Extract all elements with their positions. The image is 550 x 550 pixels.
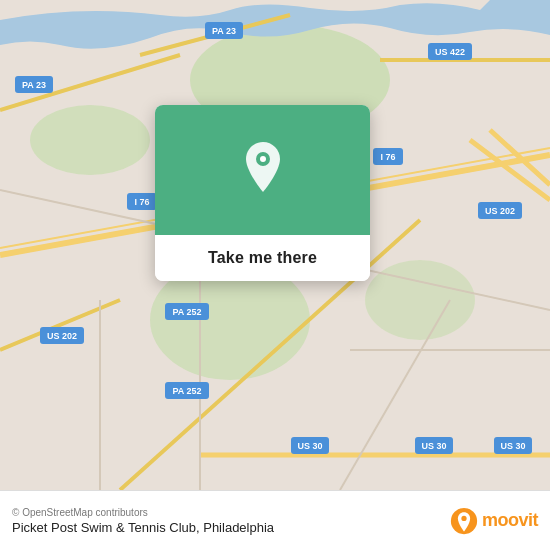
svg-text:PA 252: PA 252 (172, 307, 201, 317)
take-me-there-button[interactable]: Take me there (155, 235, 370, 281)
moovit-logo[interactable]: moovit (450, 507, 538, 535)
svg-text:PA 23: PA 23 (22, 80, 46, 90)
svg-point-49 (461, 515, 466, 520)
svg-text:I 76: I 76 (380, 152, 395, 162)
bottom-bar: © OpenStreetMap contributors Picket Post… (0, 490, 550, 550)
svg-text:US 202: US 202 (47, 331, 77, 341)
card-map-area (155, 105, 370, 235)
moovit-text: moovit (482, 510, 538, 531)
svg-text:I 76: I 76 (134, 197, 149, 207)
moovit-icon (450, 507, 478, 535)
svg-text:US 30: US 30 (421, 441, 446, 451)
location-name: Picket Post Swim & Tennis Club, Philadel… (12, 520, 274, 535)
map-container: PA 23 PA 23 US 422 I 76 I 76 US 202 US 2… (0, 0, 550, 490)
svg-text:PA 252: PA 252 (172, 386, 201, 396)
svg-text:US 30: US 30 (500, 441, 525, 451)
svg-point-4 (365, 260, 475, 340)
svg-text:US 422: US 422 (435, 47, 465, 57)
svg-text:US 202: US 202 (485, 206, 515, 216)
svg-point-47 (260, 156, 266, 162)
copyright-text: © OpenStreetMap contributors (12, 507, 274, 518)
svg-text:PA 23: PA 23 (212, 26, 236, 36)
svg-text:US 30: US 30 (297, 441, 322, 451)
bottom-left: © OpenStreetMap contributors Picket Post… (12, 507, 274, 535)
location-card: Take me there (155, 105, 370, 281)
location-pin-icon (239, 146, 287, 194)
svg-point-2 (30, 105, 150, 175)
